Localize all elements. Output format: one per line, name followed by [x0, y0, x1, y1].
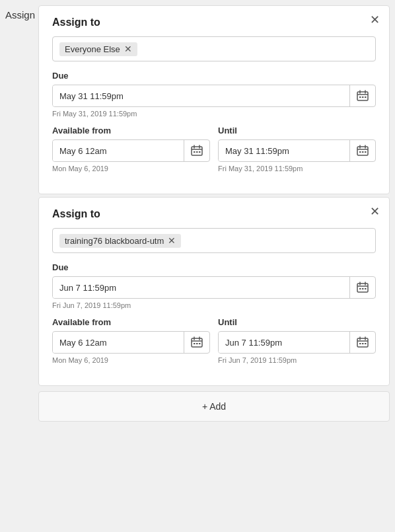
svg-rect-13: [199, 151, 201, 153]
svg-rect-6: [365, 96, 367, 98]
available-hint-2: Mon May 6, 2019: [52, 356, 210, 364]
svg-rect-33: [196, 343, 198, 344]
available-calendar-icon-2: [191, 336, 203, 348]
page-wrapper: Assign ✕ Assign to Everyone Else ✕ Due M…: [0, 0, 395, 532]
svg-rect-7: [192, 147, 202, 155]
svg-rect-34: [199, 343, 201, 344]
until-input-text-1: May 31 11:59pm: [219, 141, 349, 161]
until-calendar-icon-2: [357, 336, 369, 348]
until-calendar-btn-1[interactable]: [349, 140, 375, 161]
svg-rect-25: [359, 288, 361, 289]
due-calendar-btn-2[interactable]: [349, 277, 375, 298]
due-hint-2: Fri Jun 7, 2019 11:59pm: [52, 301, 376, 309]
due-input-row-1: May 31 11:59pm: [52, 85, 376, 107]
svg-rect-11: [194, 151, 196, 153]
svg-rect-21: [357, 284, 368, 292]
svg-rect-20: [365, 151, 367, 153]
assignee-tag-remove-1[interactable]: ✕: [124, 44, 132, 54]
until-label-1: Until: [218, 126, 376, 135]
svg-rect-41: [365, 343, 367, 344]
svg-rect-18: [359, 151, 361, 153]
svg-rect-32: [194, 343, 196, 344]
due-input-text-2: Jun 7 11:59pm: [53, 278, 349, 298]
available-calendar-icon-1: [191, 145, 203, 157]
available-input-row-2: May 6 12am: [52, 331, 210, 354]
due-input-text-1: May 31 11:59pm: [53, 86, 349, 106]
available-from-label-2: Available from: [52, 317, 210, 327]
main-content: ✕ Assign to Everyone Else ✕ Due May 31 1…: [38, 0, 395, 532]
sidebar-label: Assign: [0, 0, 38, 532]
until-col-1: Until May 31 11:59pm: [218, 126, 376, 180]
svg-rect-19: [362, 151, 364, 153]
add-bar[interactable]: + Add: [38, 391, 390, 422]
two-col-1: Available from May 6 12am: [52, 126, 376, 180]
due-calendar-icon-2: [357, 282, 369, 293]
available-input-row-1: May 6 12am: [52, 139, 210, 162]
due-label-2: Due: [52, 262, 376, 272]
assignee-tag-2: training76 blackboard-utm ✕: [59, 234, 181, 248]
until-hint-1: Fri May 31, 2019 11:59pm: [218, 165, 376, 172]
assignee-tag-label-1: Everyone Else: [65, 44, 120, 54]
assign-title-1: Assign to: [52, 17, 376, 28]
until-input-row-2: Jun 7 11:59pm: [218, 331, 376, 354]
svg-rect-26: [362, 288, 364, 289]
svg-rect-40: [362, 343, 364, 344]
svg-rect-39: [359, 343, 361, 344]
svg-rect-5: [362, 96, 364, 98]
assign-card-1: ✕ Assign to Everyone Else ✕ Due May 31 1…: [38, 5, 390, 194]
available-calendar-btn-2[interactable]: [184, 332, 209, 353]
assign-title-2: Assign to: [52, 208, 376, 220]
close-button-1[interactable]: ✕: [370, 14, 380, 26]
assign-card-2: ✕ Assign to training76 blackboard-utm ✕ …: [38, 197, 390, 386]
assign-to-field-1: Everyone Else ✕: [52, 36, 376, 61]
due-hint-1: Fri May 31, 2019 11:59pm: [52, 110, 376, 118]
available-col-1: Available from May 6 12am: [52, 126, 210, 180]
svg-rect-12: [196, 151, 198, 153]
assign-to-field-2: training76 blackboard-utm ✕: [52, 228, 376, 253]
assignee-tag-remove-2[interactable]: ✕: [168, 236, 176, 245]
svg-rect-27: [365, 288, 367, 289]
svg-rect-35: [357, 338, 368, 347]
due-label-1: Due: [52, 71, 376, 81]
available-calendar-btn-1[interactable]: [184, 140, 209, 161]
available-col-2: Available from May 6 12am: [52, 317, 210, 372]
assignee-tag-label-2: training76 blackboard-utm: [65, 236, 164, 246]
svg-rect-4: [359, 96, 361, 98]
until-label-2: Until: [218, 317, 376, 327]
until-calendar-btn-2[interactable]: [349, 332, 375, 353]
until-calendar-icon-1: [357, 145, 369, 157]
due-calendar-icon-1: [357, 90, 369, 102]
two-col-2: Available from May 6 12am: [52, 317, 376, 372]
svg-rect-28: [192, 338, 202, 347]
available-input-text-1: May 6 12am: [53, 141, 184, 161]
until-hint-2: Fri Jun 7, 2019 11:59pm: [218, 356, 376, 364]
due-input-row-2: Jun 7 11:59pm: [52, 276, 376, 299]
due-calendar-btn-1[interactable]: [349, 85, 375, 106]
close-button-2[interactable]: ✕: [370, 206, 380, 217]
available-hint-1: Mon May 6, 2019: [52, 165, 210, 172]
add-button[interactable]: + Add: [202, 401, 226, 412]
assignee-tag-1: Everyone Else ✕: [59, 42, 137, 56]
available-from-label-1: Available from: [52, 126, 210, 135]
until-input-text-2: Jun 7 11:59pm: [219, 332, 349, 353]
svg-rect-0: [357, 92, 368, 100]
until-col-2: Until Jun 7 11:59pm: [218, 317, 376, 372]
until-input-row-1: May 31 11:59pm: [218, 139, 376, 162]
available-input-text-2: May 6 12am: [53, 332, 184, 353]
svg-rect-14: [357, 147, 368, 155]
